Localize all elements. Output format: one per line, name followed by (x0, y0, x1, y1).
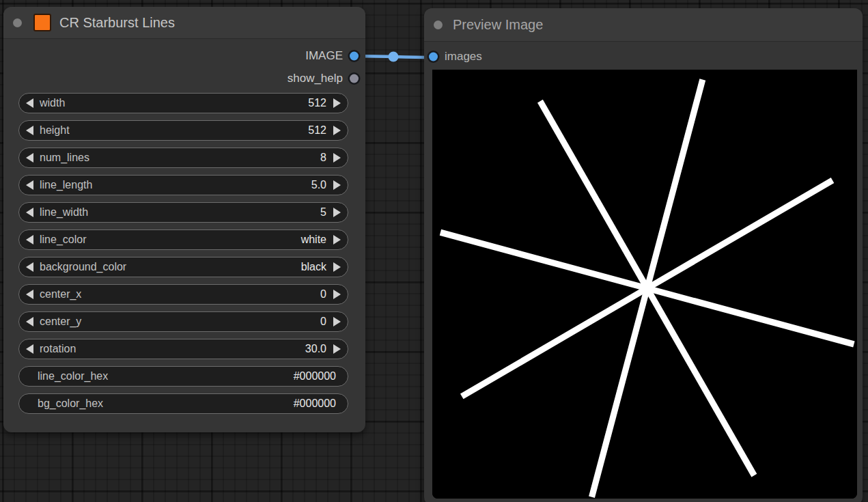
widget-label: rotation (40, 343, 76, 355)
increment-arrow-icon[interactable] (333, 344, 341, 354)
outputs-section: IMAGE show_help (3, 39, 365, 89)
widget-value[interactable]: black (301, 261, 326, 273)
increment-arrow-icon[interactable] (333, 180, 341, 190)
widget-value[interactable]: 5.0 (311, 179, 326, 191)
node-graph-canvas[interactable]: CR Starburst Lines IMAGE show_help width… (0, 0, 868, 502)
widget-label: center_y (40, 316, 81, 328)
widget-row-width[interactable]: width 512 (18, 93, 348, 113)
increment-arrow-icon[interactable] (333, 290, 341, 299)
comfyroll-node-icon (33, 14, 51, 31)
decrement-arrow-icon[interactable] (26, 153, 33, 163)
widget-label: bg_color_hex (38, 398, 103, 410)
output-slot-image[interactable] (350, 51, 359, 60)
widget-row-line_width[interactable]: line_width 5 (18, 202, 348, 223)
node-preview-image[interactable]: Preview Image images (424, 8, 863, 502)
output-slot-show-help[interactable] (350, 74, 359, 83)
widget-label: line_width (40, 206, 88, 219)
starburst-svg (432, 70, 857, 499)
decrement-arrow-icon[interactable] (26, 317, 33, 326)
decrement-arrow-icon[interactable] (26, 344, 33, 354)
widget-row-line_color_hex[interactable]: line_color_hex #000000 (18, 366, 348, 387)
starburst-line (647, 288, 755, 475)
increment-arrow-icon[interactable] (333, 153, 341, 163)
widget-value[interactable]: 8 (320, 152, 326, 164)
widget-row-bg_color_hex[interactable]: bg_color_hex #000000 (18, 393, 348, 414)
widget-row-rotation[interactable]: rotation 30.0 (18, 339, 348, 359)
starburst-line (647, 79, 703, 288)
widget-row-center_x[interactable]: center_x 0 (18, 284, 348, 305)
starburst-line (647, 288, 854, 344)
increment-arrow-icon[interactable] (333, 208, 341, 217)
increment-arrow-icon[interactable] (333, 262, 341, 272)
node-title: Preview Image (453, 17, 543, 33)
widget-value[interactable]: 30.0 (305, 343, 326, 355)
widget-value[interactable]: white (301, 234, 326, 246)
widget-row-line_color[interactable]: line_color white (18, 229, 348, 250)
starburst-line (540, 101, 647, 288)
node-title: CR Starburst Lines (59, 15, 175, 31)
widget-value[interactable]: 0 (320, 288, 326, 301)
widget-value[interactable]: #000000 (294, 398, 336, 410)
output-label-show-help: show_help (288, 72, 343, 85)
widget-row-background_color[interactable]: background_color black (18, 257, 348, 277)
decrement-arrow-icon[interactable] (26, 126, 33, 135)
widget-value[interactable]: #000000 (294, 370, 336, 382)
increment-arrow-icon[interactable] (333, 235, 341, 245)
widget-label: num_lines (40, 152, 89, 164)
starburst-line (591, 288, 647, 497)
increment-arrow-icon[interactable] (333, 126, 341, 135)
increment-arrow-icon[interactable] (333, 98, 341, 108)
output-label-image: IMAGE (305, 49, 343, 62)
collapse-dot-icon[interactable] (434, 20, 443, 29)
widget-value[interactable]: 512 (308, 124, 326, 137)
widget-row-num_lines[interactable]: num_lines 8 (18, 148, 348, 168)
increment-arrow-icon[interactable] (333, 317, 341, 326)
widget-row-center_y[interactable]: center_y 0 (18, 311, 348, 332)
widget-label: height (40, 124, 70, 137)
collapse-dot-icon[interactable] (13, 18, 22, 27)
node-titlebar[interactable]: CR Starburst Lines (3, 7, 365, 39)
input-row-images: images (424, 46, 863, 68)
input-slot-images[interactable] (429, 53, 438, 61)
decrement-arrow-icon[interactable] (26, 262, 33, 272)
widget-value[interactable]: 5 (320, 206, 326, 219)
widget-row-line_length[interactable]: line_length 5.0 (18, 175, 348, 195)
widget-label: line_color_hex (38, 370, 108, 382)
output-row-show-help: show_help (3, 67, 365, 89)
widget-label: line_color (40, 234, 86, 246)
preview-image-area[interactable] (432, 70, 857, 499)
input-label-images: images (445, 50, 482, 63)
widget-label: width (40, 97, 65, 109)
starburst-line (462, 288, 647, 396)
output-row-image: IMAGE (3, 44, 365, 67)
widget-label: background_color (40, 261, 126, 273)
widget-label: center_x (40, 288, 81, 301)
widget-value[interactable]: 512 (308, 97, 326, 109)
widget-row-height[interactable]: height 512 (18, 120, 348, 141)
starburst-line (440, 232, 647, 288)
widget-value[interactable]: 0 (320, 316, 326, 328)
widget-list: width 512 height 512 num_lines 8 line_le… (18, 93, 348, 414)
decrement-arrow-icon[interactable] (26, 98, 33, 108)
node-titlebar[interactable]: Preview Image (424, 8, 863, 42)
decrement-arrow-icon[interactable] (26, 235, 33, 245)
decrement-arrow-icon[interactable] (26, 208, 33, 217)
starburst-line (647, 180, 832, 288)
widget-label: line_length (40, 179, 92, 191)
link-midpoint-dot[interactable] (389, 52, 399, 62)
decrement-arrow-icon[interactable] (26, 290, 33, 299)
decrement-arrow-icon[interactable] (26, 180, 33, 190)
node-cr-starburst-lines[interactable]: CR Starburst Lines IMAGE show_help width… (3, 7, 365, 432)
